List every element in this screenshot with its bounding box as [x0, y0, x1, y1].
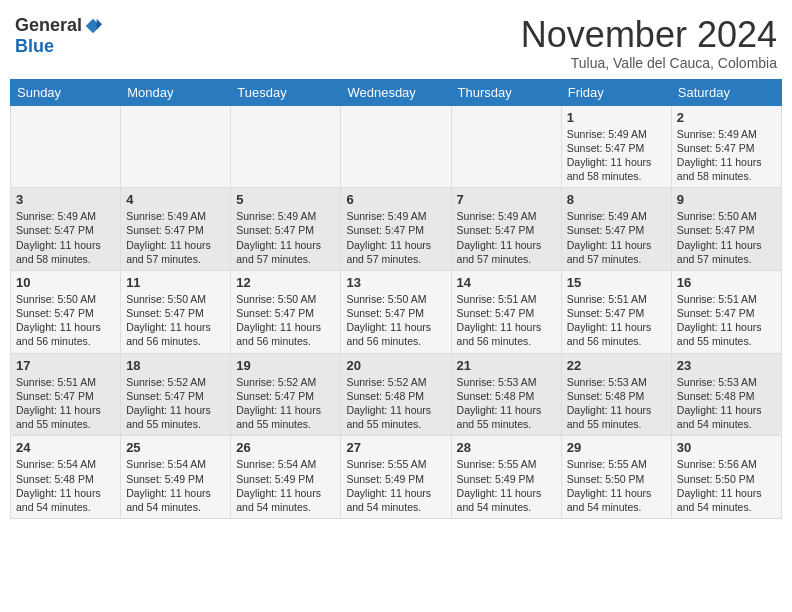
calendar-cell: 11Sunrise: 5:50 AMSunset: 5:47 PMDayligh… — [121, 270, 231, 353]
day-number: 23 — [677, 358, 776, 373]
day-info: Sunrise: 5:50 AMSunset: 5:47 PMDaylight:… — [126, 292, 225, 349]
day-number: 30 — [677, 440, 776, 455]
calendar-cell: 21Sunrise: 5:53 AMSunset: 5:48 PMDayligh… — [451, 353, 561, 436]
day-number: 19 — [236, 358, 335, 373]
calendar-cell: 6Sunrise: 5:49 AMSunset: 5:47 PMDaylight… — [341, 188, 451, 271]
col-wednesday: Wednesday — [341, 79, 451, 105]
day-info: Sunrise: 5:50 AMSunset: 5:47 PMDaylight:… — [346, 292, 445, 349]
day-number: 18 — [126, 358, 225, 373]
logo-icon — [84, 17, 102, 35]
calendar-cell: 17Sunrise: 5:51 AMSunset: 5:47 PMDayligh… — [11, 353, 121, 436]
calendar-cell: 3Sunrise: 5:49 AMSunset: 5:47 PMDaylight… — [11, 188, 121, 271]
calendar-cell: 23Sunrise: 5:53 AMSunset: 5:48 PMDayligh… — [671, 353, 781, 436]
day-number: 25 — [126, 440, 225, 455]
logo-general-text: General — [15, 15, 82, 36]
calendar-cell: 24Sunrise: 5:54 AMSunset: 5:48 PMDayligh… — [11, 436, 121, 519]
day-info: Sunrise: 5:49 AMSunset: 5:47 PMDaylight:… — [16, 209, 115, 266]
day-number: 4 — [126, 192, 225, 207]
day-number: 28 — [457, 440, 556, 455]
day-number: 13 — [346, 275, 445, 290]
calendar-header: Sunday Monday Tuesday Wednesday Thursday… — [11, 79, 782, 105]
col-sunday: Sunday — [11, 79, 121, 105]
calendar-cell: 25Sunrise: 5:54 AMSunset: 5:49 PMDayligh… — [121, 436, 231, 519]
day-info: Sunrise: 5:51 AMSunset: 5:47 PMDaylight:… — [457, 292, 556, 349]
day-info: Sunrise: 5:54 AMSunset: 5:49 PMDaylight:… — [126, 457, 225, 514]
calendar-cell — [341, 105, 451, 188]
day-number: 10 — [16, 275, 115, 290]
day-info: Sunrise: 5:55 AMSunset: 5:50 PMDaylight:… — [567, 457, 666, 514]
col-friday: Friday — [561, 79, 671, 105]
day-info: Sunrise: 5:53 AMSunset: 5:48 PMDaylight:… — [677, 375, 776, 432]
day-info: Sunrise: 5:49 AMSunset: 5:47 PMDaylight:… — [677, 127, 776, 184]
calendar-cell: 19Sunrise: 5:52 AMSunset: 5:47 PMDayligh… — [231, 353, 341, 436]
calendar-cell: 18Sunrise: 5:52 AMSunset: 5:47 PMDayligh… — [121, 353, 231, 436]
week-row-5: 24Sunrise: 5:54 AMSunset: 5:48 PMDayligh… — [11, 436, 782, 519]
header-row: Sunday Monday Tuesday Wednesday Thursday… — [11, 79, 782, 105]
day-number: 2 — [677, 110, 776, 125]
week-row-4: 17Sunrise: 5:51 AMSunset: 5:47 PMDayligh… — [11, 353, 782, 436]
calendar-cell: 2Sunrise: 5:49 AMSunset: 5:47 PMDaylight… — [671, 105, 781, 188]
month-title: November 2024 — [521, 15, 777, 55]
day-number: 8 — [567, 192, 666, 207]
calendar-cell: 15Sunrise: 5:51 AMSunset: 5:47 PMDayligh… — [561, 270, 671, 353]
day-info: Sunrise: 5:51 AMSunset: 5:47 PMDaylight:… — [567, 292, 666, 349]
day-number: 17 — [16, 358, 115, 373]
day-info: Sunrise: 5:55 AMSunset: 5:49 PMDaylight:… — [346, 457, 445, 514]
calendar-cell: 12Sunrise: 5:50 AMSunset: 5:47 PMDayligh… — [231, 270, 341, 353]
calendar-cell: 20Sunrise: 5:52 AMSunset: 5:48 PMDayligh… — [341, 353, 451, 436]
day-info: Sunrise: 5:51 AMSunset: 5:47 PMDaylight:… — [677, 292, 776, 349]
day-number: 22 — [567, 358, 666, 373]
day-info: Sunrise: 5:49 AMSunset: 5:47 PMDaylight:… — [126, 209, 225, 266]
day-number: 24 — [16, 440, 115, 455]
day-info: Sunrise: 5:50 AMSunset: 5:47 PMDaylight:… — [677, 209, 776, 266]
day-info: Sunrise: 5:50 AMSunset: 5:47 PMDaylight:… — [16, 292, 115, 349]
logo-blue-text: Blue — [15, 36, 54, 57]
day-info: Sunrise: 5:54 AMSunset: 5:48 PMDaylight:… — [16, 457, 115, 514]
day-info: Sunrise: 5:56 AMSunset: 5:50 PMDaylight:… — [677, 457, 776, 514]
day-number: 20 — [346, 358, 445, 373]
calendar-cell: 26Sunrise: 5:54 AMSunset: 5:49 PMDayligh… — [231, 436, 341, 519]
day-number: 29 — [567, 440, 666, 455]
logo: General Blue — [15, 15, 102, 57]
calendar-cell: 22Sunrise: 5:53 AMSunset: 5:48 PMDayligh… — [561, 353, 671, 436]
calendar-cell — [451, 105, 561, 188]
day-info: Sunrise: 5:52 AMSunset: 5:48 PMDaylight:… — [346, 375, 445, 432]
day-number: 3 — [16, 192, 115, 207]
day-info: Sunrise: 5:53 AMSunset: 5:48 PMDaylight:… — [567, 375, 666, 432]
day-number: 16 — [677, 275, 776, 290]
title-section: November 2024 Tulua, Valle del Cauca, Co… — [521, 15, 777, 71]
week-row-3: 10Sunrise: 5:50 AMSunset: 5:47 PMDayligh… — [11, 270, 782, 353]
day-number: 26 — [236, 440, 335, 455]
day-number: 15 — [567, 275, 666, 290]
day-info: Sunrise: 5:49 AMSunset: 5:47 PMDaylight:… — [567, 127, 666, 184]
day-number: 5 — [236, 192, 335, 207]
day-info: Sunrise: 5:52 AMSunset: 5:47 PMDaylight:… — [126, 375, 225, 432]
calendar-cell — [121, 105, 231, 188]
calendar-cell: 13Sunrise: 5:50 AMSunset: 5:47 PMDayligh… — [341, 270, 451, 353]
day-info: Sunrise: 5:49 AMSunset: 5:47 PMDaylight:… — [346, 209, 445, 266]
calendar-cell: 5Sunrise: 5:49 AMSunset: 5:47 PMDaylight… — [231, 188, 341, 271]
calendar-table: Sunday Monday Tuesday Wednesday Thursday… — [10, 79, 782, 519]
calendar-cell: 10Sunrise: 5:50 AMSunset: 5:47 PMDayligh… — [11, 270, 121, 353]
col-thursday: Thursday — [451, 79, 561, 105]
day-number: 6 — [346, 192, 445, 207]
calendar-cell: 9Sunrise: 5:50 AMSunset: 5:47 PMDaylight… — [671, 188, 781, 271]
day-info: Sunrise: 5:51 AMSunset: 5:47 PMDaylight:… — [16, 375, 115, 432]
day-info: Sunrise: 5:49 AMSunset: 5:47 PMDaylight:… — [236, 209, 335, 266]
day-info: Sunrise: 5:49 AMSunset: 5:47 PMDaylight:… — [457, 209, 556, 266]
calendar-body: 1Sunrise: 5:49 AMSunset: 5:47 PMDaylight… — [11, 105, 782, 518]
col-tuesday: Tuesday — [231, 79, 341, 105]
location-text: Tulua, Valle del Cauca, Colombia — [521, 55, 777, 71]
calendar-cell: 8Sunrise: 5:49 AMSunset: 5:47 PMDaylight… — [561, 188, 671, 271]
week-row-1: 1Sunrise: 5:49 AMSunset: 5:47 PMDaylight… — [11, 105, 782, 188]
week-row-2: 3Sunrise: 5:49 AMSunset: 5:47 PMDaylight… — [11, 188, 782, 271]
calendar-cell: 29Sunrise: 5:55 AMSunset: 5:50 PMDayligh… — [561, 436, 671, 519]
day-info: Sunrise: 5:54 AMSunset: 5:49 PMDaylight:… — [236, 457, 335, 514]
col-monday: Monday — [121, 79, 231, 105]
svg-marker-1 — [97, 18, 102, 29]
calendar-cell: 27Sunrise: 5:55 AMSunset: 5:49 PMDayligh… — [341, 436, 451, 519]
day-number: 7 — [457, 192, 556, 207]
calendar-cell: 14Sunrise: 5:51 AMSunset: 5:47 PMDayligh… — [451, 270, 561, 353]
calendar-cell: 16Sunrise: 5:51 AMSunset: 5:47 PMDayligh… — [671, 270, 781, 353]
calendar-cell: 4Sunrise: 5:49 AMSunset: 5:47 PMDaylight… — [121, 188, 231, 271]
